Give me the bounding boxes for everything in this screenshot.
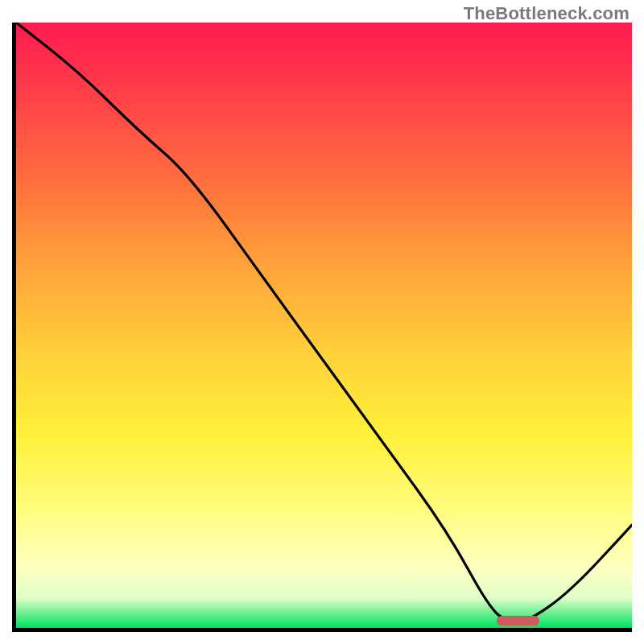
gradient-background (16, 23, 632, 628)
attribution-text: TheBottleneck.com (464, 3, 630, 24)
plot-area (12, 23, 632, 632)
optimal-range-marker (497, 616, 540, 625)
bottleneck-chart: TheBottleneck.com (0, 0, 644, 644)
